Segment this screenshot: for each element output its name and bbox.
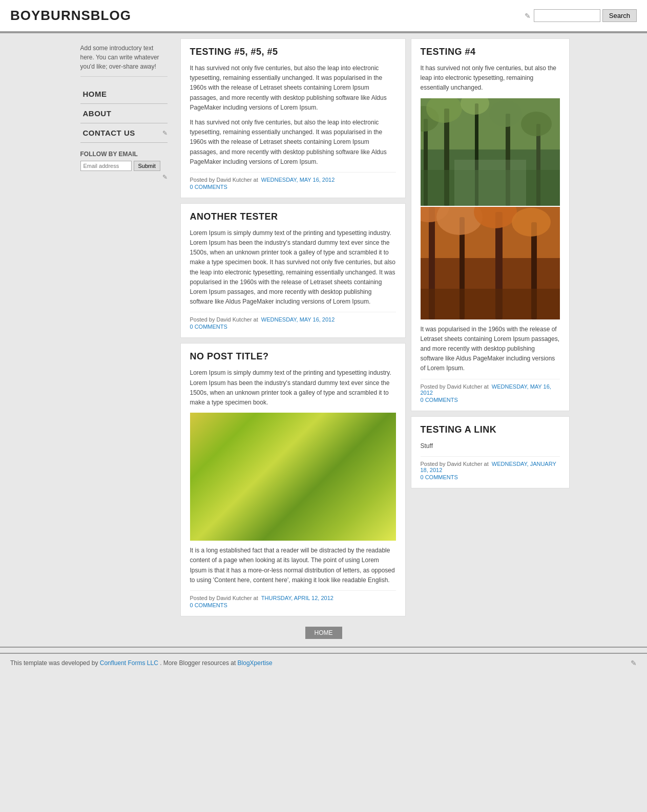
- footer-text: This template was developed by Confluent…: [10, 659, 273, 667]
- search-area: ✎ Search: [525, 9, 637, 22]
- post-footer-testing-link: Posted by David Kutcher at WEDNESDAY, JA…: [421, 456, 560, 480]
- search-input[interactable]: [534, 9, 600, 22]
- post-date-no-title[interactable]: THURSDAY, APRIL 12, 2012: [261, 595, 333, 601]
- email-input[interactable]: [80, 161, 132, 171]
- post-body-testing4-2: It was popularised in the 1960s with the…: [421, 325, 560, 374]
- post-image-flowers: [190, 413, 396, 541]
- post-comments-testing-link[interactable]: 0 COMMENTS: [421, 474, 560, 480]
- edit-pencil-icon: ✎: [525, 12, 531, 20]
- post-author-another-tester: Posted by David Kutcher at: [190, 316, 258, 323]
- left-column: TESTING #5, #5, #5 It has survived not o…: [180, 38, 406, 616]
- post-body-testing5: It has survived not only five centuries,…: [190, 63, 396, 167]
- nav-item-home[interactable]: HOME: [80, 84, 168, 104]
- post-footer-testing5: Posted by David Kutcher at WEDNESDAY, MA…: [190, 172, 396, 190]
- sidebar-intro: Add some introductory text here. You can…: [80, 44, 168, 77]
- post-body-another-tester: Lorem Ipsum is simply dummy text of the …: [190, 228, 396, 307]
- post-card-another-tester: ANOTHER TESTER Lorem Ipsum is simply dum…: [180, 203, 406, 338]
- post-author-testing5: Posted by David Kutcher at: [190, 177, 258, 183]
- nav-link-contact[interactable]: CONTACT US: [80, 123, 138, 142]
- post-comments-testing4[interactable]: 0 COMMENTS: [421, 397, 560, 403]
- edit-icon-footer: ✎: [631, 659, 637, 667]
- post-body-testing-link: Stuff: [421, 441, 560, 451]
- post-author-testing4: Posted by David Kutcher at: [421, 383, 489, 390]
- post-footer-testing4: Posted by David Kutcher at WEDNESDAY, MA…: [421, 379, 560, 403]
- post-card-testing4: TESTING #4 It has survived not only five…: [411, 38, 570, 411]
- email-form: Submit: [80, 161, 168, 171]
- post-footer-no-title: Posted by David Kutcher at THURSDAY, APR…: [190, 590, 396, 608]
- nav-link-about[interactable]: ABOUT: [80, 104, 168, 123]
- post-title-testing5: TESTING #5, #5, #5: [190, 47, 396, 57]
- post-comments-another-tester[interactable]: 0 COMMENTS: [190, 324, 396, 330]
- post-card-testing-link: TESTING A LINK Stuff Posted by David Kut…: [411, 416, 570, 488]
- nav-list: HOME ABOUT CONTACT US ✎: [80, 84, 168, 143]
- post-date-testing5[interactable]: WEDNESDAY, MAY 16, 2012: [261, 177, 335, 183]
- footer-divider: [0, 647, 647, 648]
- post-image-forest-bottom: [421, 207, 560, 319]
- nav-item-contact[interactable]: CONTACT US ✎: [80, 123, 168, 143]
- sidebar: Add some introductory text here. You can…: [73, 38, 175, 616]
- post-body-testing4: It has survived not only five centuries,…: [421, 63, 560, 93]
- right-column: TESTING #4 It has survived not only five…: [411, 38, 570, 616]
- site-title: BOYBURNSBLOG: [10, 8, 131, 24]
- post-body-no-title-2: It is a long established fact that a rea…: [190, 546, 396, 585]
- content-area: Add some introductory text here. You can…: [73, 33, 575, 622]
- footer-text-middle: . More Blogger resources at: [160, 659, 236, 667]
- search-form: Search: [534, 9, 637, 22]
- nav-link-home[interactable]: HOME: [80, 84, 168, 103]
- footer-company-link[interactable]: Confluent Forms LLC: [100, 659, 158, 667]
- post-title-testing4: TESTING #4: [421, 47, 560, 57]
- edit-icon-follow: ✎: [162, 174, 168, 181]
- svg-point-23: [512, 208, 551, 237]
- svg-rect-24: [421, 289, 560, 319]
- post-card-no-title: NO POST TITLE? Lorem Ipsum is simply dum…: [180, 343, 406, 616]
- follow-label: FOLLOW BY EMAIL: [80, 151, 168, 158]
- svg-point-11: [521, 112, 552, 136]
- bottom-nav: HOME: [73, 622, 575, 647]
- footer-text-before: This template was developed by: [10, 659, 98, 667]
- footer-blog-link[interactable]: BlogXpertise: [238, 659, 273, 667]
- post-comments-no-title[interactable]: 0 COMMENTS: [190, 602, 396, 608]
- blog-columns: TESTING #5, #5, #5 It has survived not o…: [175, 38, 575, 616]
- post-date-another-tester[interactable]: WEDNESDAY, MAY 16, 2012: [261, 316, 335, 323]
- post-title-testing-link: TESTING A LINK: [421, 424, 560, 435]
- post-card-testing5: TESTING #5, #5, #5 It has survived not o…: [180, 38, 406, 198]
- post-image-forest-top: [421, 98, 560, 206]
- post-title-another-tester: ANOTHER TESTER: [190, 211, 396, 222]
- svg-point-10: [489, 100, 522, 127]
- post-author-testing-link: Posted by David Kutcher at: [421, 461, 489, 467]
- post-footer-another-tester: Posted by David Kutcher at WEDNESDAY, MA…: [190, 312, 396, 330]
- email-submit-button[interactable]: Submit: [134, 161, 160, 171]
- nav-item-about[interactable]: ABOUT: [80, 104, 168, 123]
- post-body-no-title: Lorem Ipsum is simply dummy text of the …: [190, 368, 396, 408]
- main-wrapper: Add some introductory text here. You can…: [73, 33, 575, 647]
- post-comments-testing5[interactable]: 0 COMMENTS: [190, 184, 396, 190]
- site-header: BOYBURNSBLOG ✎ Search: [0, 0, 647, 32]
- post-author-no-title: Posted by David Kutcher at: [190, 595, 258, 601]
- site-footer: This template was developed by Confluent…: [0, 653, 647, 672]
- search-button[interactable]: Search: [602, 9, 637, 22]
- post-title-no-title: NO POST TITLE?: [190, 351, 396, 362]
- edit-icon-contact: ✎: [162, 130, 168, 137]
- svg-rect-13: [454, 160, 526, 206]
- follow-by-email-section: FOLLOW BY EMAIL Submit ✎: [80, 151, 168, 181]
- bottom-home-button[interactable]: HOME: [305, 627, 342, 639]
